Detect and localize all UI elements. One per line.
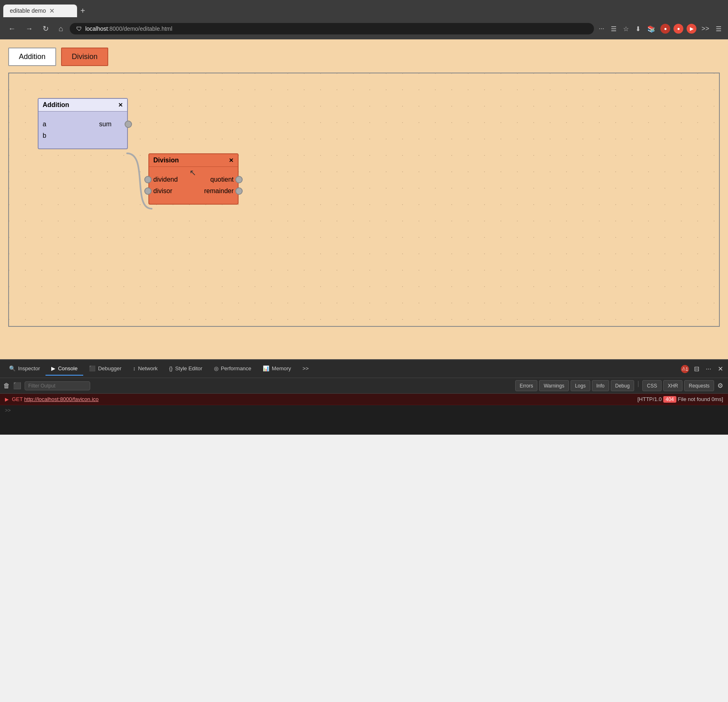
network-icon: ↕ xyxy=(133,365,136,372)
tab-debugger[interactable]: ⬛ Debugger xyxy=(83,362,127,376)
address-bar[interactable]: 🛡 localhost:8000/demo/editable.html xyxy=(70,23,594,34)
tab-close-button[interactable]: ✕ xyxy=(49,7,55,15)
error-expand-arrow[interactable]: ▶ xyxy=(5,397,9,402)
console-prompt-icon: >> xyxy=(5,408,11,413)
filter-errors-btn[interactable]: Errors xyxy=(515,380,538,391)
nav-icons: ··· ☰ ☆ ⬇ 📚 ● ● ▶ >> ☰ xyxy=(597,23,723,34)
division-node-title: Division xyxy=(153,157,179,164)
division-quotient-port[interactable] xyxy=(235,176,243,183)
division-node-close[interactable]: ✕ xyxy=(229,157,234,164)
division-divisor-row: divisor remainder xyxy=(153,187,234,195)
console-error-row: ▶ GET http://localhost:8000/favicon.ico … xyxy=(0,394,728,405)
error-method: GET xyxy=(12,396,24,402)
devtools-more-icon[interactable]: ··· xyxy=(704,364,713,374)
memory-icon: 📊 xyxy=(263,365,269,372)
forward-button[interactable]: → xyxy=(22,23,36,35)
devtools-close-icon[interactable]: ✕ xyxy=(716,363,725,374)
memory-label: Memory xyxy=(272,365,291,372)
addition-sum-port[interactable] xyxy=(125,121,132,128)
devtools-tabs: 🔍 Inspector ▶ Console ⬛ Debugger ↕ Netwo… xyxy=(0,360,728,378)
tab-network[interactable]: ↕ Network xyxy=(127,362,163,376)
error-count-badge: ⚠ 1 xyxy=(681,365,689,373)
addition-node[interactable]: Addition ✕ a sum b xyxy=(38,98,128,149)
library-icon[interactable]: 📚 xyxy=(646,23,657,34)
clear-console-icon[interactable]: 🗑 xyxy=(3,382,10,390)
back-button[interactable]: ← xyxy=(5,23,19,35)
addition-port-b-label: b xyxy=(43,132,46,139)
filter-buttons: Errors Warnings Logs Info Debug | CSS XH… xyxy=(515,380,725,391)
download-icon[interactable]: ⬇ xyxy=(634,23,642,34)
browser-tab[interactable]: editable demo ✕ xyxy=(3,5,77,17)
devtools-toolbar: 🗑 ⬛ Errors Warnings Logs Info Debug | CS… xyxy=(0,378,728,394)
addition-port-b-row: b xyxy=(43,132,123,139)
division-remainder-port[interactable] xyxy=(235,187,243,195)
record-icon[interactable]: ▶ xyxy=(687,24,696,34)
overflow-icon[interactable]: >> xyxy=(700,23,711,34)
filter-logs-btn[interactable]: Logs xyxy=(571,380,590,391)
filter-info-btn[interactable]: Info xyxy=(592,380,609,391)
division-divisor-label: divisor xyxy=(153,187,172,195)
tab-style-editor[interactable]: {} Style Editor xyxy=(163,362,208,376)
filter-debug-btn[interactable]: Debug xyxy=(611,380,634,391)
division-dividend-port[interactable] xyxy=(144,176,152,183)
canvas-area[interactable]: Addition ✕ a sum b Division ✕ xyxy=(8,73,720,327)
debugger-label: Debugger xyxy=(98,365,121,372)
division-quotient-label: quotient xyxy=(210,176,234,183)
performance-icon: ◎ xyxy=(214,365,218,372)
nav-bar: ← → ↻ ⌂ 🛡 localhost:8000/demo/editable.h… xyxy=(0,18,728,39)
home-button[interactable]: ⌂ xyxy=(55,23,66,35)
devtools-content: ▶ GET http://localhost:8000/favicon.ico … xyxy=(0,394,728,435)
performance-label: Performance xyxy=(221,365,251,372)
devtools-split-icon[interactable]: ⊟ xyxy=(692,363,701,374)
devtools-right-controls: ⚠ 1 ⊟ ··· ✕ xyxy=(681,363,725,374)
filter-icon: ⬛ xyxy=(13,382,21,390)
hamburger-menu[interactable]: ☰ xyxy=(714,23,723,34)
tab-more[interactable]: >> xyxy=(297,362,314,376)
tab-inspector[interactable]: 🔍 Inspector xyxy=(3,362,46,376)
style-editor-label: Style Editor xyxy=(175,365,202,372)
status-404-badge: 404 xyxy=(663,396,676,403)
inspector-icon: 🔍 xyxy=(9,365,16,372)
error-count: 1 xyxy=(686,367,688,372)
new-tab-button[interactable]: + xyxy=(80,6,85,16)
division-dividend-label: dividend xyxy=(153,176,178,183)
console-prompt: >> xyxy=(0,405,728,416)
settings-icon[interactable]: ⚙ xyxy=(716,380,725,391)
error-icon: ⚠ xyxy=(682,366,686,372)
addition-port-a-row: a sum xyxy=(43,121,123,128)
filter-input[interactable] xyxy=(25,381,90,390)
division-button[interactable]: Division xyxy=(61,48,108,66)
url-display: localhost:8000/demo/editable.html xyxy=(85,25,172,32)
page-content: Addition Division Addition ✕ a sum b xyxy=(0,39,728,359)
division-node[interactable]: Division ✕ dividend quotient divisor rem… xyxy=(148,153,239,205)
division-node-body: dividend quotient divisor remainder xyxy=(149,167,238,204)
debugger-icon: ⬛ xyxy=(89,365,96,372)
filter-requests-btn[interactable]: Requests xyxy=(684,380,714,391)
bookmark-icon[interactable]: ☆ xyxy=(621,23,630,34)
error-url[interactable]: http://localhost:8000/favicon.ico xyxy=(24,396,98,402)
reload-button[interactable]: ↻ xyxy=(39,23,52,35)
addition-port-sum-label: sum xyxy=(99,121,111,128)
console-label: Console xyxy=(58,365,77,372)
inspector-label: Inspector xyxy=(18,365,40,372)
filter-css-btn[interactable]: CSS xyxy=(642,380,662,391)
filter-xhr-btn[interactable]: XHR xyxy=(663,380,682,391)
filter-warnings-btn[interactable]: Warnings xyxy=(539,380,569,391)
tab-console[interactable]: ▶ Console xyxy=(46,362,83,376)
addition-node-title: Addition xyxy=(43,101,69,109)
division-remainder-label: remainder xyxy=(204,187,234,195)
tab-performance[interactable]: ◎ Performance xyxy=(208,362,257,376)
user-icon-1[interactable]: ● xyxy=(660,24,670,34)
node-toolbar: Addition Division xyxy=(8,48,720,66)
division-node-header: Division ✕ xyxy=(149,154,238,167)
addition-button[interactable]: Addition xyxy=(8,48,56,66)
more-options-icon[interactable]: ··· xyxy=(597,23,606,34)
pocket-icon[interactable]: ☰ xyxy=(609,23,618,34)
browser-chrome: editable demo ✕ + ← → ↻ ⌂ 🛡 localhost:80… xyxy=(0,0,728,39)
division-divisor-port[interactable] xyxy=(144,187,152,195)
user-icon-2[interactable]: ● xyxy=(673,24,683,34)
network-label: Network xyxy=(138,365,158,372)
addition-node-close[interactable]: ✕ xyxy=(118,102,123,108)
tab-memory[interactable]: 📊 Memory xyxy=(257,362,297,376)
tab-title: editable demo xyxy=(10,7,46,14)
